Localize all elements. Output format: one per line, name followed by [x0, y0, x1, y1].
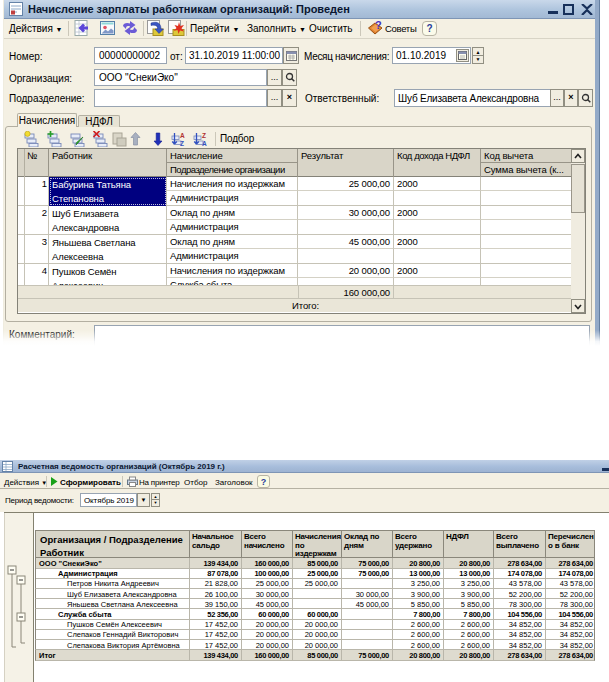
svg-text:?: ? [375, 20, 382, 31]
svg-text:А: А [180, 132, 185, 139]
svg-text:Z: Z [180, 140, 184, 147]
svg-text:Z: Z [202, 132, 206, 139]
svg-text:А: А [202, 140, 207, 147]
